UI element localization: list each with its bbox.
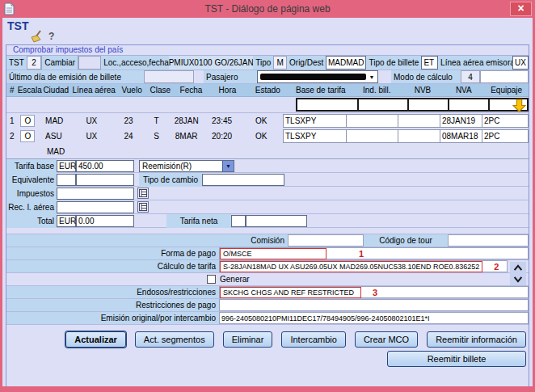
list-icon: [139, 189, 147, 197]
tour-code-field[interactable]: [448, 234, 529, 247]
col-fecha: Fecha: [173, 86, 209, 95]
down-arrow-icon[interactable]: [512, 99, 526, 112]
base-currency-field[interactable]: EUR: [57, 160, 76, 172]
broom-icon[interactable]: [30, 30, 44, 43]
ticket-type-input[interactable]: ET: [421, 56, 438, 70]
passenger-select[interactable]: ▼: [257, 70, 378, 83]
seg-hora: 23:45: [204, 116, 240, 125]
base-tarifa-input[interactable]: [296, 98, 359, 112]
seg-ind-bill[interactable]: [347, 130, 398, 142]
chevron-down-icon: ▼: [367, 72, 377, 82]
net-fare-amount-field[interactable]: [246, 215, 307, 227]
dialog-window: TST - Diálogo de página web × TST ? Comp…: [0, 0, 535, 392]
col-estado: Estado: [246, 86, 290, 95]
commission-label: Comisión: [6, 234, 288, 247]
taxes-field[interactable]: [57, 188, 134, 200]
fare-input-row: [6, 97, 529, 113]
seg-nva[interactable]: 08MAR18: [440, 130, 482, 142]
endorsements-label: Endosos/restricciones: [6, 286, 219, 298]
act-segmentos-button[interactable]: Act. segmentos: [135, 331, 214, 348]
last-issue-field[interactable]: [144, 70, 194, 83]
seg-base-tarifa[interactable]: TLSXPY: [284, 115, 347, 127]
endorsements-field[interactable]: SKCHG CHGS AND REF RESTRICTED: [220, 287, 361, 298]
window-title: TST - Diálogo de página web: [0, 3, 535, 15]
exchange-rate-label: Tipo de cambio: [139, 173, 202, 187]
check-country-taxes-link[interactable]: Comprobar impuestos del país: [6, 45, 529, 56]
tst-number-field[interactable]: 2: [27, 56, 41, 70]
passenger-redacted: [260, 74, 366, 80]
ind-bill-input[interactable]: [357, 98, 409, 112]
airline-fee-label: Rec. l. aérea: [6, 200, 57, 214]
seg-clase: S: [144, 132, 169, 141]
chevron-up-icon[interactable]: [512, 263, 524, 272]
seg-nvb[interactable]: [398, 115, 440, 127]
exchange-rate-field[interactable]: [202, 174, 284, 186]
equivalent-fare-row: Equivalente Tipo de cambio: [6, 173, 529, 187]
help-icon[interactable]: ?: [48, 31, 54, 42]
reemitir-informacion-button[interactable]: Reemitir información: [427, 331, 526, 348]
seg-equipaje[interactable]: 2PC: [482, 130, 528, 142]
calc-mode-extra-field: [480, 70, 529, 83]
seg-ind-bill[interactable]: [347, 115, 398, 127]
seg-ciudad: ASU: [39, 132, 70, 141]
fare-type-select[interactable]: Reemisión(R) ▼: [139, 160, 234, 172]
total-amount-field[interactable]: 0.00: [76, 215, 134, 227]
orig-dest-label: Orig/Dest: [287, 56, 326, 70]
issuing-airline-input[interactable]: UX: [512, 56, 529, 70]
seg-nvb[interactable]: [398, 130, 440, 142]
col-num: #: [6, 86, 18, 95]
airline-fee-field[interactable]: [57, 201, 134, 213]
commission-row: Comisión Código de tour: [6, 234, 529, 247]
actualizar-button[interactable]: Actualizar: [65, 331, 126, 348]
cambiar-button[interactable]: Cambiar: [41, 56, 78, 70]
eliminar-button[interactable]: Eliminar: [223, 331, 273, 348]
page-title: TST: [7, 19, 28, 32]
seg-escala-field[interactable]: O: [20, 130, 35, 142]
original-issue-field[interactable]: 996-2405080210PMI11DEC17/78494905/996-24…: [219, 312, 529, 324]
equivalent-amount-field[interactable]: [76, 174, 134, 186]
taxes-list-button[interactable]: [137, 188, 149, 199]
close-button[interactable]: ×: [510, 2, 532, 16]
equivalent-currency-field[interactable]: [57, 174, 76, 186]
taxes-label: Impuestos: [6, 187, 57, 200]
chevron-down-icon[interactable]: [512, 276, 524, 284]
seg-clase: T: [144, 116, 169, 125]
seg-base-tarifa[interactable]: TLSXPY: [284, 130, 347, 142]
seg-nva[interactable]: 28JAN19: [440, 115, 482, 127]
intercambio-button[interactable]: Intercambio: [281, 331, 345, 348]
base-amount-field[interactable]: 450.00: [76, 160, 134, 172]
segment-row: 1 O MAD UX 23 T 28JAN 23:45 OK TLSXPY 28…: [6, 113, 529, 129]
tipo-field[interactable]: M: [273, 56, 287, 70]
nvb-input[interactable]: [407, 98, 449, 112]
seg-vuelo: 24: [113, 132, 144, 141]
last-issue-label: Último día de emisión de billete: [6, 70, 144, 83]
airline-fee-list-button[interactable]: [137, 201, 149, 213]
cambiar-value-field[interactable]: [78, 56, 101, 70]
reemitir-billete-button[interactable]: Reemitir billete: [387, 351, 526, 367]
total-label: Total: [6, 214, 57, 228]
payment-field[interactable]: O/MSCE: [220, 248, 326, 259]
dialog-body: TST ? Comprobar impuestos del país TST 2…: [2, 18, 533, 386]
orig-dest-input[interactable]: MADMAD: [326, 56, 366, 70]
col-clase: Clase: [148, 86, 173, 95]
generate-checkbox[interactable]: [207, 275, 216, 284]
crear-mco-button[interactable]: Crear MCO: [355, 331, 418, 348]
loc-value: PMIUX0100 GO/26JAN: [169, 56, 253, 70]
total-currency-field[interactable]: EUR: [57, 215, 76, 227]
payment-restrictions-field[interactable]: [219, 299, 529, 311]
seg-estado: OK: [240, 132, 283, 141]
seg-escala-field[interactable]: O: [20, 115, 35, 127]
seg-num: 2: [6, 132, 17, 141]
commission-field[interactable]: [288, 234, 364, 247]
fare-calc-field[interactable]: S-28JAN18MAD UX ASU269.05UX MAD269.05NUC…: [220, 261, 482, 272]
calc-mode-field[interactable]: 4: [461, 70, 480, 83]
loc-label: Loc.,acceso,fecha: [101, 56, 169, 70]
seg-equipaje[interactable]: 2PC: [482, 115, 528, 127]
col-escala: Escala: [18, 86, 40, 95]
net-fare-currency-field[interactable]: [231, 215, 246, 227]
col-linea-aerea: Línea aérea: [72, 86, 116, 95]
payment-label: Forma de pago: [6, 247, 219, 259]
nva-input[interactable]: [448, 98, 490, 112]
col-ind-bill: Ind. bill.: [352, 86, 402, 95]
button-bar: Actualizar Act. segmentos Eliminar Inter…: [6, 325, 529, 348]
